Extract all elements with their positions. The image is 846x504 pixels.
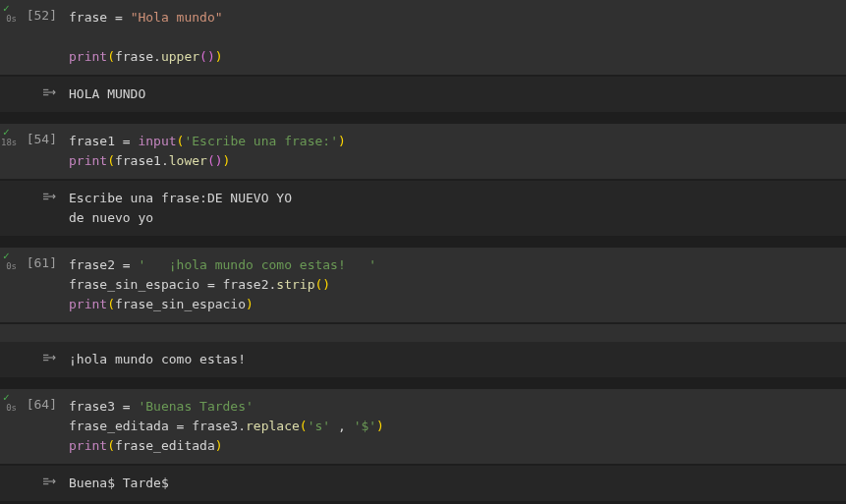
code-token: frase <box>69 10 115 25</box>
code-token: frase2 <box>223 277 269 292</box>
output-text: Buena$ Tarde$ <box>61 466 846 501</box>
output-cell: Buena$ Tarde$ <box>0 466 846 501</box>
code-editor[interactable]: frase = "Hola mundo" print(frase.upper()… <box>61 0 846 75</box>
code-token: lower <box>169 153 207 168</box>
cell-gutter: ✓0s <box>0 248 18 322</box>
cell-gutter <box>0 342 18 377</box>
code-token: = <box>123 399 139 414</box>
cell-gutter: ✓18s <box>0 124 18 179</box>
code-token: ) <box>215 49 223 64</box>
cell-gutter <box>0 77 18 112</box>
code-token: ( <box>107 297 115 311</box>
code-token: ( <box>107 153 115 168</box>
code-cell[interactable]: ✓18s[54]frase1 = input('Escribe una fras… <box>0 124 846 179</box>
code-token: 'Buenas Tardes' <box>138 399 253 414</box>
code-token: print <box>69 153 107 168</box>
code-token: ) <box>246 297 254 311</box>
code-token: . <box>238 419 246 433</box>
code-cell[interactable]: ✓0s[61]frase2 = ' ¡hola mundo como estas… <box>0 248 846 322</box>
exec-timing: 18s <box>1 138 17 147</box>
code-token: frase1 <box>69 134 123 148</box>
code-token: ) <box>215 438 223 453</box>
code-token: upper <box>161 49 199 64</box>
output-text: Escribe una frase:DE NUEVO YO de nuevo y… <box>61 181 846 236</box>
code-token: print <box>69 297 107 311</box>
code-token: = <box>177 419 193 433</box>
code-token: 's' <box>308 419 330 433</box>
code-token: ( <box>300 419 308 433</box>
code-token: = <box>115 10 131 25</box>
output-cell: Escribe una frase:DE NUEVO YO de nuevo y… <box>0 181 846 236</box>
exec-count: [64] <box>18 389 61 464</box>
cell-spacer <box>0 114 846 124</box>
output-icon-slot <box>18 466 61 501</box>
code-token: . <box>161 153 169 168</box>
exec-timing: 0s <box>1 14 17 24</box>
code-token: ) <box>207 49 215 64</box>
code-token: frase2 <box>69 257 123 272</box>
output-icon-slot <box>18 77 61 112</box>
code-token: ( <box>199 49 207 64</box>
code-token: = <box>123 134 139 148</box>
code-cell[interactable]: ✓0s[52]frase = "Hola mundo" print(frase.… <box>0 0 846 75</box>
output-icon-slot <box>18 181 61 236</box>
output-arrow-icon <box>41 354 57 368</box>
code-editor[interactable]: frase3 = 'Buenas Tardes' frase_editada =… <box>61 389 846 464</box>
output-cell: HOLA MUNDO <box>0 77 846 112</box>
code-token: ) <box>322 277 330 292</box>
cell-gutter: ✓0s <box>0 389 18 464</box>
exec-timing: 0s <box>1 403 17 413</box>
code-token: ) <box>376 419 384 433</box>
cell-spacer <box>0 238 846 248</box>
code-token: frase_sin_espacio <box>115 297 246 311</box>
code-token: ( <box>107 438 115 453</box>
code-token: ) <box>223 153 231 168</box>
code-token: ) <box>215 153 223 168</box>
code-token: = <box>123 257 139 272</box>
cell-gutter: ✓0s <box>0 0 18 75</box>
exec-count: [61] <box>18 248 61 322</box>
output-text: HOLA MUNDO <box>61 77 846 112</box>
output-arrow-icon <box>41 477 57 492</box>
notebook-view: ✓0s[52]frase = "Hola mundo" print(frase.… <box>0 0 846 504</box>
code-token: frase3 <box>69 399 123 414</box>
code-token: frase_editada <box>115 438 215 453</box>
code-token: print <box>69 49 107 64</box>
code-token: ( <box>207 153 215 168</box>
code-token: frase1 <box>115 153 161 168</box>
cell-gutter <box>0 181 18 236</box>
code-token: '$' <box>354 419 376 433</box>
code-token: = <box>207 277 223 292</box>
code-token: frase_sin_espacio <box>69 277 207 292</box>
code-token: strip <box>276 277 314 292</box>
cell-gutter <box>0 466 18 501</box>
output-arrow-icon <box>41 193 57 207</box>
code-token: ) <box>338 134 346 148</box>
code-token: print <box>69 438 107 453</box>
code-token: frase_editada <box>69 419 177 433</box>
output-icon-slot <box>18 342 61 377</box>
code-token: "Hola mundo" <box>131 10 223 25</box>
output-arrow-icon <box>41 88 57 103</box>
exec-count: [54] <box>18 124 61 179</box>
code-cell[interactable]: ✓0s[64]frase3 = 'Buenas Tardes' frase_ed… <box>0 389 846 464</box>
code-token: , <box>330 419 353 433</box>
code-token: ( <box>107 49 115 64</box>
code-token: input <box>138 134 176 148</box>
code-token: frase <box>115 49 153 64</box>
output-text: ¡hola mundo como estas! <box>61 342 846 377</box>
exec-count: [52] <box>18 0 61 75</box>
code-token: 'Escribe una frase:' <box>184 134 338 148</box>
code-token: ' ¡hola mundo como estas! ' <box>138 257 376 272</box>
cell-spacer <box>0 379 846 389</box>
code-token: . <box>153 49 161 64</box>
code-editor[interactable]: frase2 = ' ¡hola mundo como estas! ' fra… <box>61 248 846 322</box>
code-token: frase3 <box>192 419 238 433</box>
code-token: replace <box>246 419 300 433</box>
exec-timing: 0s <box>1 261 17 271</box>
output-cell: ¡hola mundo como estas! <box>0 342 846 377</box>
code-editor[interactable]: frase1 = input('Escribe una frase:') pri… <box>61 124 846 179</box>
